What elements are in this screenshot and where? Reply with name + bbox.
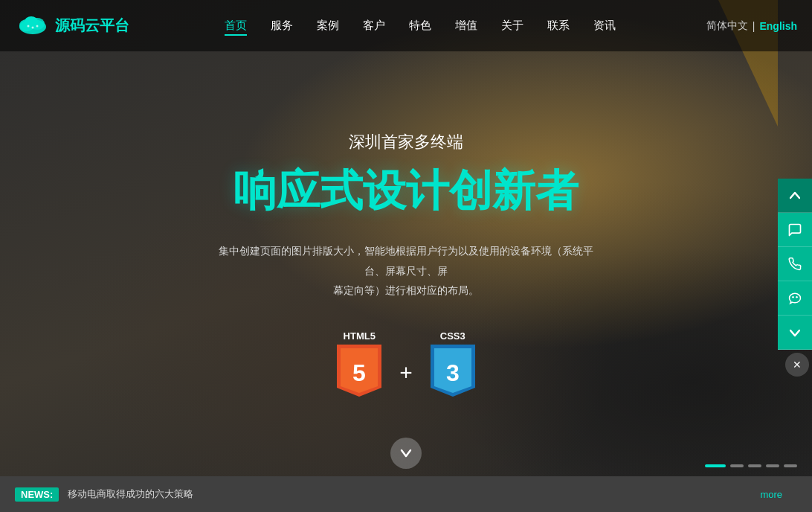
svg-text:5: 5: [352, 359, 366, 386]
language-switcher: 简体中文 | English: [706, 19, 797, 33]
nav-contact[interactable]: 联系: [547, 16, 570, 36]
svg-point-4: [28, 25, 30, 28]
sidebar-close-button[interactable]: ✕: [785, 353, 809, 377]
sidebar-up-button[interactable]: [778, 179, 812, 213]
news-bar: NEWS: 移动电商取得成功的六大策略 more: [0, 476, 812, 512]
lang-en[interactable]: English: [759, 20, 797, 32]
chevron-up-icon: [790, 191, 800, 201]
html5-shield-icon: 5: [337, 345, 381, 397]
slide-indicators: [705, 464, 797, 467]
svg-point-3: [25, 16, 38, 27]
svg-point-13: [792, 296, 794, 298]
nav-clients[interactable]: 客户: [363, 16, 385, 36]
hero-description: 集中创建页面的图片排版大小，智能地根据用户行为以及使用的设备环境（系统平台、屏幕…: [213, 241, 599, 301]
svg-point-6: [36, 25, 39, 28]
sidebar-wechat-button[interactable]: [778, 281, 812, 316]
sidebar-right: [778, 179, 812, 350]
chevron-down-icon: [400, 447, 412, 459]
hero-title: 响应式设计创新者: [233, 162, 579, 220]
logo-cloud-icon: [15, 12, 51, 39]
lang-zh[interactable]: 简体中文: [706, 19, 748, 33]
svg-point-5: [32, 27, 34, 29]
site-logo[interactable]: 源码云平台: [15, 12, 134, 39]
css3-badge: CSS3 3: [431, 330, 475, 397]
nav-links: 首页 服务 案例 客户 特色 增值 关于 联系 资讯: [134, 16, 706, 36]
html5-badge: HTML5 5: [337, 330, 381, 397]
slide-dot-4[interactable]: [766, 464, 779, 467]
slide-dot-1[interactable]: [705, 464, 726, 467]
lang-sep: |: [753, 20, 755, 32]
chat-icon: [787, 223, 802, 237]
phone-icon: [788, 257, 802, 271]
close-icon: ✕: [793, 359, 802, 371]
news-more-link[interactable]: more: [760, 489, 782, 500]
nav-features[interactable]: 特色: [409, 16, 431, 36]
nav-cases[interactable]: 案例: [317, 16, 339, 36]
navbar: 源码云平台 首页 服务 案例 客户 特色 增值 关于 联系 资讯 简体中文 | …: [0, 0, 812, 51]
wechat-icon: [787, 291, 802, 306]
nav-value[interactable]: 增值: [455, 16, 477, 36]
sidebar-down-button[interactable]: [778, 316, 812, 350]
logo-text: 源码云平台: [55, 16, 129, 36]
css3-shield-icon: 3: [431, 345, 475, 397]
nav-news[interactable]: 资讯: [593, 16, 616, 36]
scroll-down-button[interactable]: [390, 438, 422, 469]
svg-point-14: [796, 296, 798, 298]
html5-label: HTML5: [344, 330, 376, 342]
news-text: 移动电商取得成功的六大策略: [68, 487, 760, 501]
slide-dot-3[interactable]: [748, 464, 761, 467]
plus-icon: +: [399, 360, 413, 397]
nav-services[interactable]: 服务: [271, 16, 293, 36]
nav-about[interactable]: 关于: [501, 16, 523, 36]
hero-subtitle: 深圳首家多终端: [349, 131, 463, 153]
nav-home[interactable]: 首页: [225, 16, 247, 36]
tech-badges: HTML5 5 + CSS3 3: [337, 330, 475, 397]
news-label: NEWS:: [15, 487, 59, 502]
slide-dot-2[interactable]: [730, 464, 744, 467]
chevron-down-sidebar-icon: [790, 327, 800, 338]
hero-content: 深圳首家多终端 响应式设计创新者 集中创建页面的图片排版大小，智能地根据用户行为…: [0, 51, 812, 476]
svg-text:3: 3: [446, 359, 460, 386]
sidebar-phone-button[interactable]: [778, 247, 812, 281]
sidebar-chat-button[interactable]: [778, 213, 812, 247]
slide-dot-5[interactable]: [784, 464, 797, 467]
css3-label: CSS3: [440, 330, 465, 342]
